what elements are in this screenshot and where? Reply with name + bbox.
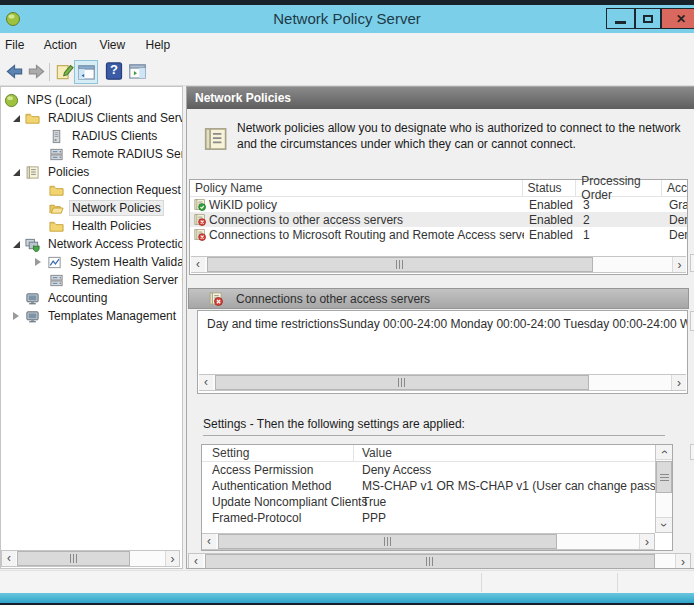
scroll-right-button[interactable]: › (165, 551, 179, 566)
column-processing-order[interactable]: Processing Order (576, 180, 662, 196)
tree-item-remote-radius-server[interactable]: Remote RADIUS Server (1, 145, 182, 163)
scroll-left-button[interactable]: › (202, 534, 216, 549)
help-button[interactable]: ? (104, 61, 125, 82)
tree-item-policies[interactable]: Policies (1, 163, 182, 181)
tree-item-health-policies[interactable]: Health Policies (1, 217, 182, 235)
conditions-horizontal-scrollbar[interactable]: › › (199, 374, 686, 391)
column-setting[interactable]: Setting (202, 445, 354, 461)
scroll-thumb[interactable] (17, 551, 130, 566)
setting-row-update-noncompliant-clients[interactable]: Update Noncompliant Clients True (202, 494, 655, 510)
close-button[interactable]: ✕ (661, 8, 694, 29)
forward-icon[interactable] (27, 62, 46, 81)
policy-status: Enabled (524, 213, 578, 227)
menu-view[interactable]: View (97, 33, 127, 58)
scroll-thumb[interactable] (205, 554, 655, 569)
tree-item-nps-local[interactable]: NPS (Local) (1, 91, 182, 109)
scroll-thumb[interactable] (218, 534, 557, 549)
tree-item-network-policies[interactable]: Network Policies (1, 199, 182, 217)
policy-row-other-access-servers[interactable]: Connections to other access servers Enab… (190, 212, 687, 227)
column-policy-name[interactable]: Policy Name (190, 180, 523, 196)
expander-collapsed-icon[interactable] (35, 258, 47, 266)
policy-list: Policy Name Status Processing Order Acc … (189, 179, 688, 275)
minimize-button[interactable] (606, 8, 635, 29)
tree-horizontal-scrollbar[interactable]: › › (1, 550, 180, 567)
tree-item-label: NPS (Local) (24, 92, 95, 108)
policy-deny-icon (193, 228, 206, 241)
tree-item-accounting[interactable]: Accounting (1, 289, 182, 307)
tree-item-system-health-validators[interactable]: System Health Validato (1, 253, 182, 271)
menu-file[interactable]: File (3, 33, 26, 58)
column-access-type[interactable]: Acc (662, 180, 687, 196)
scroll-thumb[interactable] (656, 461, 672, 493)
column-value[interactable]: Value (354, 446, 655, 460)
setting-row-framed-protocol[interactable]: Framed-Protocol PPP (202, 510, 655, 526)
settings-vertical-scrollbar[interactable]: › › (655, 445, 672, 533)
policy-access: Den (664, 228, 687, 242)
tree-item-network-access-protection[interactable]: Network Access Protection (1, 235, 182, 253)
tree-item-remediation-server-groups[interactable]: Remediation Server Gro (1, 271, 182, 289)
scroll-left-button[interactable]: › (189, 554, 203, 569)
scroll-left-button[interactable]: › (199, 375, 213, 390)
column-status[interactable]: Status (523, 180, 577, 196)
policy-name: WiKID policy (209, 198, 524, 212)
show-hide-action-pane-icon[interactable] (128, 62, 147, 81)
title-bar[interactable]: Network Policy Server ✕ (0, 5, 694, 33)
expander-expanded-icon[interactable] (13, 115, 25, 122)
policy-order: 1 (578, 228, 664, 242)
expander-expanded-icon[interactable] (13, 241, 25, 248)
tree-item-templates-management[interactable]: Templates Management (1, 307, 182, 325)
expander-collapsed-icon[interactable] (13, 312, 25, 320)
condition-row[interactable]: Day and time restrictions Sunday 00:00-2… (198, 317, 687, 331)
tree-item-label: Connection Request Po (69, 182, 183, 198)
scroll-thumb[interactable] (207, 257, 593, 272)
scroll-left-button[interactable]: › (191, 257, 205, 272)
setting-value: PPP (354, 511, 655, 525)
folder-open-icon (49, 201, 64, 216)
settings-horizontal-scrollbar[interactable]: › › (202, 533, 655, 550)
menu-bar: File Action View Help (0, 33, 694, 58)
show-hide-console-tree-button[interactable] (74, 60, 98, 84)
server-group-icon (49, 273, 64, 288)
setting-row-access-permission[interactable]: Access Permission Deny Access (202, 462, 655, 478)
expander-expanded-icon[interactable] (13, 169, 25, 176)
menu-action[interactable]: Action (42, 33, 79, 58)
scroll-down-button[interactable]: › (656, 517, 672, 532)
scroll-right-button[interactable]: › (672, 257, 686, 272)
clipped-scrollbar-fragment (690, 444, 694, 460)
export-list-icon[interactable] (55, 62, 74, 81)
policy-list-header: Policy Name Status Processing Order Acc (190, 180, 687, 197)
nap-icon (25, 237, 40, 252)
computer-icon (25, 291, 40, 306)
tree-item-connection-request-policies[interactable]: Connection Request Po (1, 181, 182, 199)
scroll-up-button[interactable]: › (656, 445, 672, 460)
settings-divider (203, 435, 665, 436)
pane-description: Network policies allow you to designate … (237, 120, 689, 152)
policy-access: Gran (664, 198, 687, 212)
results-pane-horizontal-scrollbar[interactable]: › › (188, 553, 691, 569)
scroll-right-button[interactable]: › (639, 534, 654, 549)
scroll-right-button[interactable]: › (675, 554, 690, 569)
policy-list-horizontal-scrollbar[interactable]: › › (191, 256, 686, 273)
policy-row-wikid[interactable]: WiKID policy Enabled 3 Gran (190, 197, 687, 212)
maximize-button[interactable] (635, 8, 661, 29)
policy-order: 3 (578, 198, 664, 212)
policy-name: Connections to other access servers (209, 213, 524, 227)
policy-grant-icon (193, 198, 206, 211)
pane-title: Network Policies (187, 87, 694, 109)
back-icon[interactable] (5, 62, 24, 81)
tree-item-radius-clients-and-servers[interactable]: RADIUS Clients and Servers (1, 109, 182, 127)
menu-help[interactable]: Help (144, 33, 173, 58)
tree-item-radius-clients[interactable]: RADIUS Clients (1, 127, 182, 145)
scroll-right-button[interactable]: › (671, 375, 686, 390)
console-tree: NPS (Local) RADIUS Clients and Servers R… (1, 91, 182, 325)
selected-policy-bar: Connections to other access servers (188, 288, 689, 309)
scroll-left-button[interactable]: › (2, 551, 16, 566)
tree-item-label: RADIUS Clients and Servers (45, 110, 183, 126)
setting-row-authentication-method[interactable]: Authentication Method MS-CHAP v1 OR MS-C… (202, 478, 655, 494)
policy-row-ms-routing-remote-access[interactable]: Connections to Microsoft Routing and Rem… (190, 227, 687, 242)
maximize-icon (643, 15, 653, 23)
status-bar-separator (617, 573, 618, 592)
tree-item-label: Accounting (45, 290, 110, 306)
tree-item-label: Network Access Protection (45, 236, 183, 252)
scroll-thumb[interactable] (215, 375, 589, 390)
